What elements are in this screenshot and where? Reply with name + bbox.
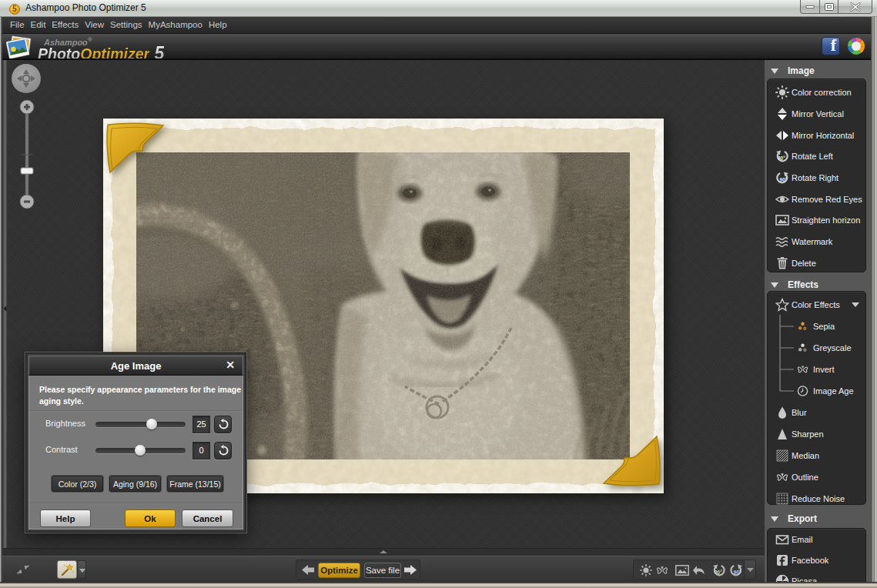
svg-text:90°: 90° xyxy=(715,570,722,575)
svg-text:90°: 90° xyxy=(734,570,741,575)
svg-text:90°: 90° xyxy=(778,155,785,161)
svg-text:90°: 90° xyxy=(780,177,788,182)
